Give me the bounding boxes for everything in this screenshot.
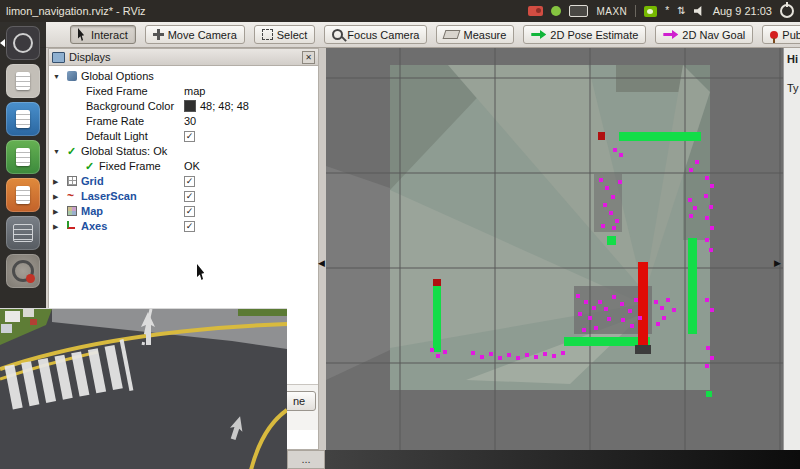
fixed-frame-label: Fixed Frame — [86, 84, 148, 99]
rename-button-fragment[interactable]: ne — [282, 391, 316, 411]
pose-estimate-button[interactable]: 2D Pose Estimate — [523, 25, 646, 44]
row-global-status[interactable]: ▼ ✓ Global Status: Ok — [49, 144, 318, 159]
grid-label: Grid — [81, 174, 104, 189]
measure-label: Measure — [463, 29, 506, 41]
status-ok-check-icon: ✓ — [85, 159, 94, 174]
views-panel-fragment: Hi — [787, 53, 798, 65]
writer-page-icon — [16, 110, 30, 128]
map-checkbox[interactable]: ✓ — [184, 206, 195, 217]
map-visualization — [326, 48, 783, 450]
displays-close-button[interactable]: ✕ — [302, 51, 315, 64]
clock-label[interactable]: Aug 9 21:03 — [713, 5, 772, 17]
unity-launcher — [0, 22, 46, 308]
color-swatch — [184, 100, 196, 112]
frame-rate-value[interactable]: 30 — [184, 114, 196, 129]
camera-indicator-icon[interactable] — [528, 6, 543, 16]
displays-panel-icon — [52, 52, 65, 63]
tray-separator — [635, 5, 636, 17]
measure-button[interactable]: Measure — [436, 25, 514, 44]
pose-estimate-label: 2D Pose Estimate — [550, 29, 638, 41]
grid-display-icon — [67, 176, 77, 186]
power-icon[interactable] — [780, 4, 794, 18]
displays-panel-header[interactable]: Displays ✕ — [49, 49, 318, 66]
workspace-circle-icon — [13, 33, 33, 53]
bluetooth-icon[interactable]: * — [665, 6, 669, 16]
expand-arrow-icon[interactable]: ▼ — [53, 144, 63, 159]
row-grid[interactable]: ▶ Grid ✓ — [49, 174, 318, 189]
publish-point-pin-icon — [770, 31, 778, 39]
time-panel-toggle[interactable]: ... — [287, 450, 325, 469]
move-camera-label: Move Camera — [168, 29, 237, 41]
axes-display-icon — [67, 221, 75, 229]
move-camera-button[interactable]: Move Camera — [145, 25, 245, 44]
row-laserscan[interactable]: ▶ ~ LaserScan ✓ — [49, 189, 318, 204]
focus-magnifier-icon — [332, 29, 343, 40]
laserscan-display-icon: ~ — [67, 191, 77, 201]
row-default-light[interactable]: Default Light ✓ — [49, 129, 318, 144]
row-status-fixed-frame[interactable]: ✓ Fixed Frame OK — [49, 159, 318, 174]
select-box-icon — [262, 29, 273, 40]
default-light-checkbox[interactable]: ✓ — [184, 131, 195, 142]
move-camera-icon — [153, 29, 164, 40]
global-options-label: Global Options — [81, 69, 154, 84]
nav-goal-button[interactable]: 2D Nav Goal — [655, 25, 753, 44]
keyboard-indicator-icon[interactable] — [569, 5, 588, 17]
interact-button[interactable]: Interact — [70, 25, 136, 44]
laserscan-checkbox[interactable]: ✓ — [184, 191, 195, 202]
launcher-files-icon[interactable] — [6, 64, 40, 98]
time-panel-body — [325, 450, 800, 469]
fixed-frame-value[interactable]: map — [184, 84, 205, 99]
row-global-options[interactable]: ▼ Global Options — [49, 69, 318, 84]
file-page-icon — [16, 72, 30, 90]
row-frame-rate[interactable]: Frame Rate 30 — [49, 114, 318, 129]
launcher-cabinet-icon[interactable] — [6, 216, 40, 250]
map-label: Map — [81, 204, 103, 219]
expand-arrow-icon[interactable]: ▼ — [53, 69, 63, 84]
status-ok-check-icon: ✓ — [67, 144, 76, 159]
background-color-label: Background Color — [86, 99, 174, 114]
launcher-calc-icon[interactable] — [6, 140, 40, 174]
network-arrows-icon[interactable]: ⇅ — [677, 6, 685, 16]
background-color-value[interactable]: 48; 48; 48 — [184, 99, 249, 114]
expand-arrow-icon[interactable]: ▶ — [53, 219, 63, 234]
recorder-indicator-icon[interactable] — [551, 6, 561, 16]
gear-icon — [12, 260, 34, 282]
power-mode-label[interactable]: MAXN — [596, 6, 627, 17]
render-view[interactable] — [326, 48, 783, 450]
launcher-workspace-icon[interactable] — [6, 26, 40, 60]
pose-estimate-arrow-icon — [531, 30, 546, 39]
status-fixed-frame-value: OK — [184, 159, 200, 174]
launcher-impress-icon[interactable] — [6, 178, 40, 212]
volume-icon[interactable] — [694, 6, 705, 16]
row-axes[interactable]: ▶ Axes ✓ — [49, 219, 318, 234]
views-type-fragment: Ty — [787, 82, 799, 94]
row-fixed-frame[interactable]: Fixed Frame map — [49, 84, 318, 99]
focus-camera-label: Focus Camera — [347, 29, 419, 41]
system-titlebar: limon_navigation.rviz* - RViz MAXN * ⇅ A… — [0, 0, 800, 22]
select-button[interactable]: Select — [254, 25, 316, 44]
time-panel-bar: ... — [287, 450, 800, 469]
grid-checkbox[interactable]: ✓ — [184, 176, 195, 187]
expand-arrow-icon[interactable]: ▶ — [53, 204, 63, 219]
displays-panel-title: Displays — [69, 51, 111, 63]
measure-ruler-icon — [443, 30, 461, 39]
nvidia-icon[interactable] — [644, 6, 657, 17]
laserscan-label: LaserScan — [81, 189, 137, 204]
status-fixed-frame-label: Fixed Frame — [99, 159, 161, 174]
launcher-settings-icon[interactable] — [6, 254, 40, 288]
panel-splitter[interactable] — [319, 48, 326, 450]
row-background-color[interactable]: Background Color 48; 48; 48 — [49, 99, 318, 114]
global-options-icon — [67, 71, 77, 81]
axes-checkbox[interactable]: ✓ — [184, 221, 195, 232]
rviz-toolbar: Interact Move Camera Select Focus Camera… — [0, 22, 800, 48]
collapse-right-arrow[interactable]: ▶ — [774, 258, 781, 268]
focus-camera-button[interactable]: Focus Camera — [324, 25, 427, 44]
launcher-writer-icon[interactable] — [6, 102, 40, 136]
collapse-left-arrow[interactable]: ◀ — [318, 258, 325, 268]
expand-arrow-icon[interactable]: ▶ — [53, 174, 63, 189]
expand-arrow-icon[interactable]: ▶ — [53, 189, 63, 204]
row-map[interactable]: ▶ Map ✓ — [49, 204, 318, 219]
views-panel-sliver[interactable]: Hi Ty — [783, 48, 800, 450]
publish-point-button[interactable]: Publish Point — [762, 25, 800, 44]
frame-rate-label: Frame Rate — [86, 114, 144, 129]
